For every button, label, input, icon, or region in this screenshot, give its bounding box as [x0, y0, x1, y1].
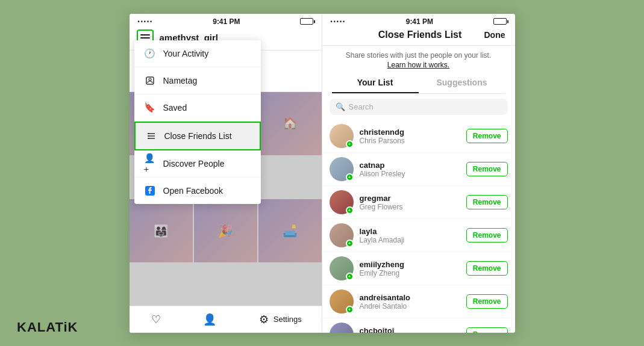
friend-realname-5: Emily Zheng — [360, 269, 460, 277]
remove-button-6[interactable]: Remove — [466, 294, 508, 309]
settings-gear-icon: ⚙ — [257, 312, 271, 327]
friend-info-4: layla Layla Amadaji — [360, 227, 460, 244]
friend-row: emiilyzheng Emily Zheng Remove — [322, 252, 515, 285]
search-icon: 🔍 — [336, 102, 345, 111]
right-signal-dots: ••••• — [331, 19, 346, 25]
friend-row: layla Layla Amadaji Remove — [322, 219, 515, 252]
friend-username-1: christenndg — [360, 128, 460, 137]
avatar-wrap-7 — [330, 323, 354, 332]
heart-icon[interactable]: ♡ — [149, 312, 163, 327]
svg-point-1 — [149, 78, 151, 81]
friend-username-3: gregmar — [360, 194, 460, 203]
friend-realname-1: Chris Parsons — [360, 137, 460, 145]
friends-list: christenndg Chris Parsons Remove catnap … — [322, 120, 515, 332]
remove-button-7[interactable]: Remove — [466, 327, 508, 332]
remove-button-4[interactable]: Remove — [466, 228, 508, 243]
friend-info-2: catnap Alison Presley — [360, 161, 460, 178]
left-signal-dots: ••••• — [138, 19, 154, 25]
menu-item-close-friends-label: Close Friends List — [164, 131, 232, 141]
menu-item-open-facebook[interactable]: Open Facebook — [134, 178, 261, 204]
avatar-7 — [330, 323, 354, 332]
remove-button-1[interactable]: Remove — [466, 129, 508, 143]
friend-info-3: gregmar Greg Flowers — [360, 194, 460, 211]
clock-icon: 🕐 — [144, 48, 156, 60]
friend-info-1: christenndg Chris Parsons — [360, 128, 460, 145]
avatar-wrap-3 — [330, 190, 354, 214]
friend-info-7: chcboitoi Christine Choi — [360, 326, 460, 333]
tab-your-list[interactable]: Your List — [332, 73, 419, 93]
svg-point-6 — [148, 135, 149, 137]
menu-item-open-facebook-label: Open Facebook — [163, 186, 224, 196]
done-button[interactable]: Done — [484, 30, 505, 40]
friend-realname-2: Alison Presley — [360, 170, 460, 178]
share-info-text: Share stories with just the people on yo… — [346, 51, 491, 60]
left-battery — [300, 18, 313, 25]
remove-button-3[interactable]: Remove — [466, 195, 508, 209]
friend-row: chcboitoi Christine Choi Remove — [322, 318, 515, 332]
right-status-bar: ••••• 9:41 PM — [322, 14, 515, 27]
person-icon[interactable]: 👤 — [202, 312, 217, 327]
svg-point-5 — [148, 133, 149, 134]
right-screen-title: Close Friends List — [356, 29, 484, 40]
friend-realname-4: Layla Amadaji — [360, 236, 460, 244]
photo-cell-3: 🏠 — [258, 92, 322, 155]
left-status-bar: ••••• 9:41 PM — [130, 14, 322, 27]
green-badge-3 — [346, 206, 354, 214]
nametag-icon — [144, 75, 156, 87]
bottom-nav: ♡ 👤 ⚙ Settings — [130, 306, 322, 333]
friend-row: christenndg Chris Parsons Remove — [322, 120, 515, 153]
right-battery — [493, 18, 507, 25]
avatar-wrap-6 — [330, 289, 354, 314]
menu-item-discover-people-label: Discover People — [163, 159, 225, 168]
tab-suggestions[interactable]: Suggestions — [419, 73, 505, 93]
avatar-wrap-4 — [330, 223, 354, 247]
search-bar[interactable]: 🔍 Search — [330, 99, 508, 115]
menu-item-close-friends[interactable]: Close Friends List — [134, 122, 261, 150]
search-placeholder: Search — [349, 102, 374, 111]
friend-username-4: layla — [360, 227, 460, 236]
green-badge-6 — [346, 306, 354, 314]
facebook-icon — [144, 185, 156, 197]
remove-button-2[interactable]: Remove — [466, 162, 508, 176]
remove-button-5[interactable]: Remove — [466, 261, 508, 276]
avatar-wrap-1 — [330, 124, 354, 148]
right-screen: ••••• 9:41 PM Close Friends List Done Sh… — [322, 14, 515, 333]
green-badge-5 — [346, 273, 354, 280]
menu-item-your-activity[interactable]: 🕐 Your Activity — [134, 40, 261, 67]
friend-realname-3: Greg Flowers — [360, 203, 460, 211]
svg-point-7 — [148, 138, 149, 139]
menu-item-nametag-label: Nametag — [163, 76, 198, 85]
friend-realname-6: Andrei Santalo — [360, 302, 460, 310]
photo-cell-4: 👨‍👩‍👧 — [130, 199, 193, 262]
menu-item-discover-people[interactable]: 👤+ Discover People — [134, 150, 261, 178]
kalatik-logo: KALATiK — [17, 320, 78, 335]
friend-info-5: emiilyzheng Emily Zheng — [360, 260, 460, 277]
friend-info-6: andreisantalo Andrei Santalo — [360, 293, 460, 310]
friend-username-7: chcboitoi — [360, 326, 460, 333]
friend-username-6: andreisantalo — [360, 293, 460, 302]
settings-nav-item[interactable]: ⚙ Settings — [257, 312, 302, 327]
menu-item-saved[interactable]: 🔖 Saved — [134, 94, 261, 122]
friend-username-5: emiilyzheng — [360, 260, 460, 269]
friend-row: andreisantalo Andrei Santalo Remove — [322, 285, 515, 318]
friend-row: catnap Alison Presley Remove — [322, 153, 515, 186]
menu-item-your-activity-label: Your Activity — [163, 49, 209, 58]
tabs-row: Your List Suggestions — [332, 73, 505, 94]
bookmark-icon: 🔖 — [144, 102, 156, 114]
left-screen: ••••• 9:41 PM amethyst_girl 440 followin… — [130, 14, 322, 333]
share-info: Share stories with just the people on yo… — [322, 46, 515, 73]
photo-cell-5: 🎉 — [194, 199, 257, 262]
green-badge-2 — [346, 173, 354, 181]
learn-how-link[interactable]: Learn how it works. — [387, 61, 449, 69]
settings-label: Settings — [274, 315, 302, 324]
person-add-icon: 👤+ — [144, 158, 156, 170]
menu-item-nametag[interactable]: Nametag — [134, 67, 261, 94]
avatar-wrap-2 — [330, 157, 354, 181]
dropdown-menu: 🕐 Your Activity Nametag 🔖 S — [134, 40, 261, 204]
right-header: Close Friends List Done — [322, 27, 515, 46]
friend-row: gregmar Greg Flowers Remove — [322, 186, 515, 219]
list-icon — [145, 130, 157, 142]
photo-cell-6: 🛋️ — [258, 199, 322, 262]
right-status-time: 9:41 PM — [406, 17, 433, 26]
menu-item-saved-label: Saved — [163, 103, 187, 113]
